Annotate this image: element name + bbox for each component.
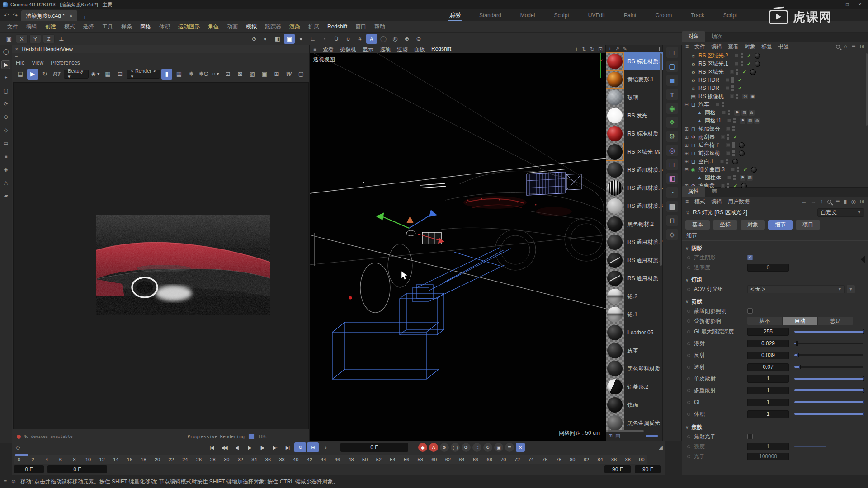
visibility-dots[interactable] [736, 94, 739, 99]
visibility-dots[interactable] [733, 175, 736, 180]
slider-handle[interactable] [796, 341, 798, 346]
timeline-ruler[interactable]: 0246810121416182022242628303234363840424… [14, 455, 647, 464]
timeline-tick[interactable]: 66 [471, 455, 481, 464]
material-name[interactable]: RS 发光 [624, 107, 663, 125]
menu-item[interactable]: 运动图形 [175, 22, 203, 32]
material-name[interactable]: Leather 05 [624, 324, 663, 342]
workspace-tab[interactable]: UVEdit [586, 11, 607, 19]
transport-button[interactable]: ♪ [320, 442, 331, 452]
workspace-tab[interactable]: Model [519, 11, 537, 19]
left-tool-icon[interactable]: + [1, 73, 10, 82]
material-thumbnail[interactable] [606, 378, 624, 396]
material-thumbnail[interactable] [606, 197, 624, 215]
status-menu-icon[interactable]: ≡ [4, 479, 7, 485]
material-thumbnail[interactable] [606, 396, 624, 414]
document-tab[interactable]: 渲染角度6.c4d * ✕ [21, 10, 77, 21]
material-item[interactable]: RS 发光 [606, 107, 663, 125]
toolbar-mode-icon[interactable]: ◯ [378, 34, 389, 44]
renderview-toolbar-icon[interactable]: ◉ ▾ [90, 69, 101, 80]
menu-item[interactable]: 跟踪器 [261, 22, 285, 32]
material-thumbnail[interactable] [606, 342, 624, 360]
workspace-tab[interactable]: 启动 [448, 10, 462, 20]
toolbar-mode-icon[interactable]: ◧ [272, 34, 283, 44]
transport-button[interactable]: ⊞ [307, 442, 319, 452]
enable-toggle[interactable] [726, 151, 730, 155]
material-thumbnail[interactable] [606, 251, 624, 269]
renderview-toolbar-icon[interactable]: ▦ [174, 69, 184, 80]
renderview-toolbar-icon[interactable]: ⊞ [271, 69, 282, 80]
viewport-nav-icon[interactable]: ↻ [590, 46, 594, 52]
menu-item[interactable]: 扩展 [305, 22, 323, 32]
record-button[interactable]: ⟳ [462, 443, 471, 452]
material-name[interactable]: RS 标准材质.1 [624, 52, 663, 70]
panel-menu-icon[interactable]: ≡ [685, 198, 689, 205]
slider-value-field[interactable]: 1 [747, 410, 789, 418]
attribute-tab-button[interactable]: 细节 [768, 220, 793, 230]
arrow-icon[interactable]: ↗ [615, 46, 619, 52]
corner-tag-icon[interactable] [747, 118, 753, 124]
material-name[interactable]: RS 通用材质.1 [624, 251, 663, 269]
max-frame-field[interactable]: 90 F [635, 465, 661, 473]
menu-item[interactable]: 选择 [80, 22, 98, 32]
material-name[interactable]: 铝菱形.2 [624, 378, 663, 396]
panel-splitter-arrow[interactable] [861, 255, 865, 263]
slider-handle[interactable] [863, 388, 864, 393]
expand-toggle-icon[interactable]: ⊟ [684, 102, 689, 107]
slider-handle[interactable] [863, 400, 864, 404]
shadow-group-header[interactable]: ∨ 阴影 [682, 244, 868, 253]
new-window-icon[interactable]: ⊞ [860, 43, 864, 50]
object-row[interactable]: RS 摄像机 [682, 92, 868, 100]
timeline-tick[interactable]: 42 [305, 455, 315, 464]
aov-options-button[interactable]: ▼ [847, 285, 855, 293]
visibility-dots[interactable] [731, 77, 734, 83]
viewport-nav-icon[interactable]: + [575, 46, 578, 52]
corner-tag-icon[interactable] [747, 175, 753, 181]
renderview-toolbar-icon[interactable]: ○ ▾ [210, 69, 221, 80]
enabled-check-icon[interactable]: ✓ [733, 134, 737, 140]
visibility-dots[interactable] [737, 167, 740, 172]
toolbar-mode-icon[interactable]: Ü [331, 34, 342, 44]
transport-button[interactable]: ▶ [244, 442, 255, 452]
undo-icon[interactable]: ↶ [4, 12, 9, 19]
enable-toggle[interactable] [735, 54, 738, 57]
contribution-group-header[interactable]: ∨ 贡献 [682, 297, 868, 306]
enable-toggle[interactable] [726, 86, 729, 90]
visibility-dots[interactable] [733, 118, 736, 123]
object-name[interactable]: RS HDR [697, 85, 719, 91]
renderview-toolbar-icon[interactable]: W [283, 69, 294, 80]
enabled-check-icon[interactable]: ✓ [742, 69, 746, 75]
enable-toggle[interactable] [727, 119, 731, 122]
object-menu-item[interactable]: 编辑 [711, 43, 722, 51]
object-row[interactable]: 网格 [682, 108, 868, 117]
object-row[interactable]: 网格11 [682, 117, 868, 125]
left-tool-icon[interactable]: ◇ [1, 126, 10, 135]
record-button[interactable]: ◆ [418, 443, 427, 452]
timeline-tick[interactable]: 34 [249, 455, 259, 464]
object-row[interactable]: 圆柱体 [682, 174, 868, 182]
material-name[interactable]: 黑色金属反光 [624, 414, 663, 432]
slider-value-field[interactable]: 1 [747, 375, 789, 383]
axis-lock-button[interactable]: Z [43, 34, 55, 43]
expand-toggle-icon[interactable]: ⊞ [684, 159, 689, 164]
flag-tag-icon[interactable] [740, 118, 745, 124]
timeline-tick[interactable]: 86 [609, 455, 619, 464]
visibility-dots[interactable] [727, 134, 730, 140]
timeline-tick[interactable]: 38 [277, 455, 287, 464]
object-menu-item[interactable]: 书签 [778, 43, 789, 51]
material-name[interactable]: RS 通用材质 [624, 269, 663, 287]
visibility-dots[interactable] [728, 110, 731, 115]
material-tag-icon[interactable] [750, 69, 756, 75]
cam-tag-icon[interactable] [750, 94, 755, 99]
object-row[interactable]: RS 区域光 ✓ [682, 68, 868, 76]
viewport-menu-item[interactable]: 显示 [363, 46, 373, 53]
timeline-tick[interactable]: 74 [526, 455, 536, 464]
material-thumbnail[interactable] [606, 360, 624, 378]
flag-tag-icon[interactable] [734, 110, 740, 116]
timeline-tick[interactable]: 26 [194, 455, 204, 464]
slider-value-field[interactable]: 0.07 [747, 363, 789, 371]
panel-close-icon[interactable]: ✕ [15, 47, 19, 52]
timeline-tick[interactable]: 0 [14, 455, 24, 464]
object-name[interactable]: 雨刮器 [697, 133, 715, 141]
forward-icon[interactable]: → [811, 198, 816, 205]
workspace-tab[interactable]: Paint [622, 11, 638, 19]
